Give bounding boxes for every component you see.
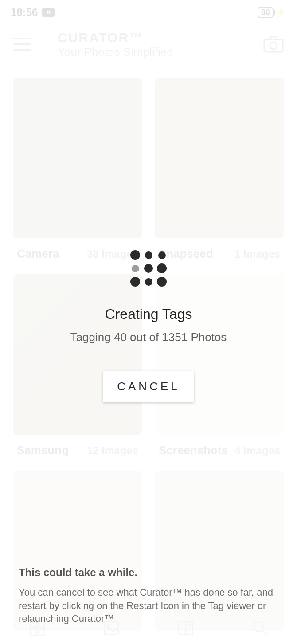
loading-spinner-icon [9, 248, 288, 288]
modal-title: Creating Tags [9, 306, 288, 322]
progress-modal: Creating Tags Tagging 40 out of 1351 Pho… [0, 248, 297, 402]
modal-progress-text: Tagging 40 out of 1351 Photos [9, 330, 288, 344]
info-block: This could take a while. You can cancel … [19, 566, 278, 625]
cancel-button[interactable]: CANCEL [103, 371, 194, 402]
info-heading: This could take a while. [19, 566, 278, 579]
info-body: You can cancel to see what Curator™ has … [19, 586, 278, 625]
